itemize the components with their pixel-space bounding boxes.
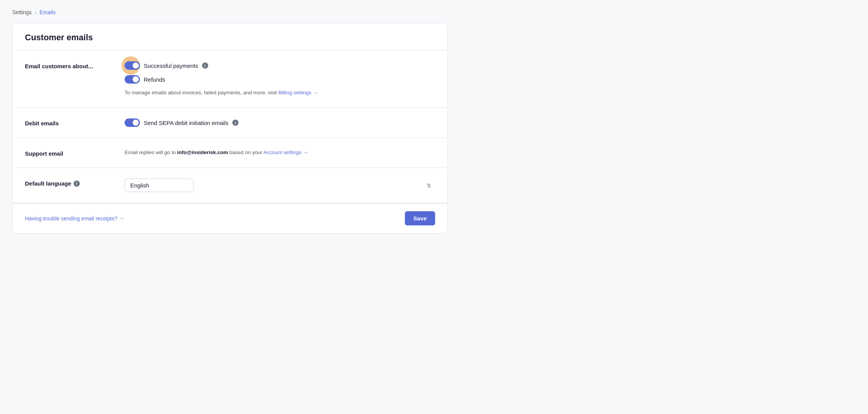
debit-emails-section: Debit emails Send SEPA debit initiation … [13, 108, 447, 138]
sepa-thumb [133, 120, 139, 126]
successful-payments-track [125, 61, 140, 70]
successful-payments-toggle[interactable] [125, 61, 140, 70]
successful-payments-thumb [133, 62, 139, 69]
support-email-label: Support email [25, 149, 109, 157]
refunds-toggle[interactable] [125, 75, 140, 84]
breadcrumb-chevron-icon: › [35, 10, 36, 15]
support-email-text: Email replies will go to info@insiderisk… [125, 149, 435, 156]
billing-settings-helper: To manage emails about invoices, failed … [125, 89, 435, 97]
language-select-wrapper: Automatic English French German Spanish … [125, 179, 435, 192]
email-customers-label: Email customers about... [25, 61, 109, 69]
language-info-icon[interactable]: i [74, 181, 80, 187]
breadcrumb-settings[interactable]: Settings [12, 9, 32, 15]
account-settings-link[interactable]: Account settings → [263, 150, 308, 155]
customer-emails-card: Customer emails Email customers about...… [12, 23, 448, 233]
billing-settings-link[interactable]: Billing settings → [278, 90, 318, 95]
debit-emails-label: Debit emails [25, 118, 109, 127]
default-language-label: Default language i [25, 179, 109, 187]
sepa-toggle-row: Send SEPA debit initiation emails i [125, 118, 435, 127]
sepa-toggle-label: Send SEPA debit initiation emails [144, 120, 229, 126]
support-email-section: Support email Email replies will go to i… [13, 138, 447, 168]
successful-payments-info-icon[interactable]: i [202, 62, 208, 69]
select-chevron-icon: ⇅ [427, 182, 431, 189]
breadcrumb-emails: Emails [39, 9, 56, 15]
default-language-content: Automatic English French German Spanish … [125, 179, 435, 192]
refunds-track [125, 75, 140, 84]
support-email-address: info@insiderisk.com [177, 150, 228, 155]
save-button[interactable]: Save [405, 211, 435, 225]
page-title: Customer emails [25, 33, 435, 43]
language-select[interactable]: Automatic English French German Spanish … [125, 179, 194, 192]
sepa-track [125, 118, 140, 127]
successful-payments-label: Successful payments [144, 62, 198, 69]
trouble-link[interactable]: Having trouble sending email receipts? → [25, 215, 124, 222]
refunds-label: Refunds [144, 76, 165, 83]
sepa-info-icon[interactable]: i [232, 120, 238, 126]
sepa-toggle[interactable] [125, 118, 140, 127]
email-customers-section: Email customers about... Successful paym… [13, 51, 447, 108]
refunds-thumb [133, 76, 139, 82]
card-header: Customer emails [13, 23, 447, 51]
email-customers-content: Successful payments i Refunds To manag [125, 61, 435, 97]
support-email-content: Email replies will go to info@insiderisk… [125, 149, 435, 156]
successful-payments-row: Successful payments i [125, 61, 435, 70]
refunds-row: Refunds [125, 75, 435, 84]
footer-row: Having trouble sending email receipts? →… [13, 203, 447, 233]
breadcrumb: Settings › Emails [12, 9, 448, 15]
default-language-section: Default language i Automatic English Fre… [13, 168, 447, 203]
debit-emails-content: Send SEPA debit initiation emails i [125, 118, 435, 127]
